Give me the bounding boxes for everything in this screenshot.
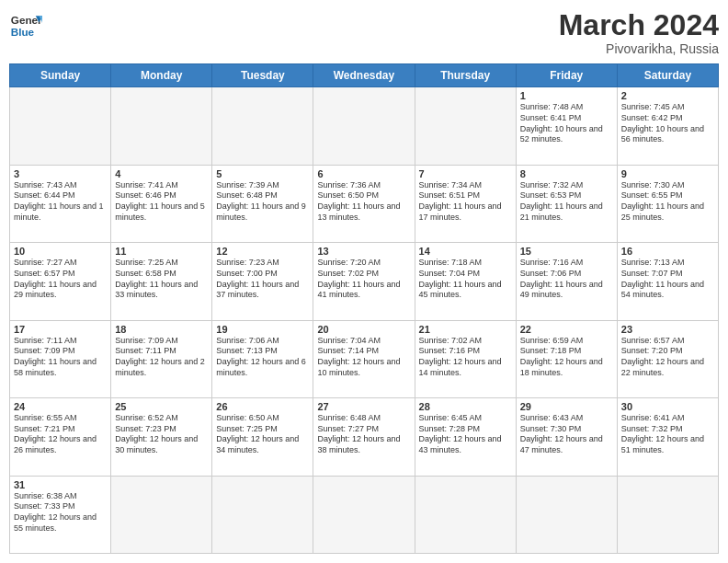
day-info: Sunrise: 7:09 AM Sunset: 7:11 PM Dayligh… xyxy=(115,336,208,379)
day-number: 10 xyxy=(14,246,107,257)
calendar-header-row: SundayMondayTuesdayWednesdayThursdayFrid… xyxy=(10,64,719,87)
calendar-day-cell: 30Sunrise: 6:41 AM Sunset: 7:32 PM Dayli… xyxy=(617,398,718,476)
day-number: 20 xyxy=(317,324,410,335)
day-number: 21 xyxy=(419,324,512,335)
day-number: 16 xyxy=(621,246,714,257)
calendar-day-header: Saturday xyxy=(617,64,718,87)
day-info: Sunrise: 6:59 AM Sunset: 7:18 PM Dayligh… xyxy=(520,336,613,379)
day-info: Sunrise: 7:45 AM Sunset: 6:42 PM Dayligh… xyxy=(621,102,714,145)
day-info: Sunrise: 6:43 AM Sunset: 7:30 PM Dayligh… xyxy=(520,413,613,456)
calendar-day-cell: 31Sunrise: 6:38 AM Sunset: 7:33 PM Dayli… xyxy=(10,476,111,553)
day-info: Sunrise: 6:38 AM Sunset: 7:33 PM Dayligh… xyxy=(14,491,107,534)
calendar-day-cell: 29Sunrise: 6:43 AM Sunset: 7:30 PM Dayli… xyxy=(516,398,617,476)
day-info: Sunrise: 6:55 AM Sunset: 7:21 PM Dayligh… xyxy=(14,413,107,456)
day-info: Sunrise: 7:41 AM Sunset: 6:46 PM Dayligh… xyxy=(115,180,208,224)
calendar-day-header: Friday xyxy=(516,64,617,87)
day-info: Sunrise: 7:25 AM Sunset: 6:58 PM Dayligh… xyxy=(115,258,208,301)
calendar-day-cell: 9Sunrise: 7:30 AM Sunset: 6:55 PM Daylig… xyxy=(617,165,718,242)
day-number: 1 xyxy=(520,90,613,101)
calendar-day-cell: 2Sunrise: 7:45 AM Sunset: 6:42 PM Daylig… xyxy=(617,87,718,165)
calendar-day-cell: 12Sunrise: 7:23 AM Sunset: 7:00 PM Dayli… xyxy=(212,243,313,320)
calendar-day-cell: 1Sunrise: 7:48 AM Sunset: 6:41 PM Daylig… xyxy=(516,87,617,165)
calendar-day-cell xyxy=(516,476,617,553)
day-number: 17 xyxy=(14,324,107,335)
day-number: 7 xyxy=(419,168,512,179)
calendar-day-cell: 27Sunrise: 6:48 AM Sunset: 7:27 PM Dayli… xyxy=(313,398,415,476)
calendar-day-cell: 5Sunrise: 7:39 AM Sunset: 6:48 PM Daylig… xyxy=(212,165,313,242)
day-info: Sunrise: 7:27 AM Sunset: 6:57 PM Dayligh… xyxy=(14,258,107,301)
calendar-day-cell: 19Sunrise: 7:06 AM Sunset: 7:13 PM Dayli… xyxy=(212,320,313,397)
day-info: Sunrise: 7:32 AM Sunset: 6:53 PM Dayligh… xyxy=(520,180,613,224)
calendar-day-cell: 10Sunrise: 7:27 AM Sunset: 6:57 PM Dayli… xyxy=(10,243,111,320)
calendar-day-cell xyxy=(313,87,415,165)
day-number: 30 xyxy=(621,401,714,412)
calendar-day-cell: 18Sunrise: 7:09 AM Sunset: 7:11 PM Dayli… xyxy=(111,320,212,397)
day-info: Sunrise: 7:20 AM Sunset: 7:02 PM Dayligh… xyxy=(317,258,410,301)
day-info: Sunrise: 6:52 AM Sunset: 7:23 PM Dayligh… xyxy=(115,413,208,456)
calendar-day-cell xyxy=(111,476,212,553)
calendar: SundayMondayTuesdayWednesdayThursdayFrid… xyxy=(9,63,719,554)
calendar-week-row: 1Sunrise: 7:48 AM Sunset: 6:41 PM Daylig… xyxy=(10,87,719,165)
day-info: Sunrise: 6:57 AM Sunset: 7:20 PM Dayligh… xyxy=(621,336,714,379)
calendar-day-cell: 25Sunrise: 6:52 AM Sunset: 7:23 PM Dayli… xyxy=(111,398,212,476)
svg-text:General: General xyxy=(11,14,42,26)
calendar-week-row: 31Sunrise: 6:38 AM Sunset: 7:33 PM Dayli… xyxy=(10,476,719,553)
page: General Blue March 2024 Pivovarikha, Rus… xyxy=(0,0,728,563)
calendar-day-cell xyxy=(415,87,516,165)
calendar-day-cell: 20Sunrise: 7:04 AM Sunset: 7:14 PM Dayli… xyxy=(313,320,415,397)
calendar-day-cell: 4Sunrise: 7:41 AM Sunset: 6:46 PM Daylig… xyxy=(111,165,212,242)
day-number: 31 xyxy=(14,479,107,490)
day-info: Sunrise: 7:16 AM Sunset: 7:06 PM Dayligh… xyxy=(520,258,613,301)
calendar-day-cell: 26Sunrise: 6:50 AM Sunset: 7:25 PM Dayli… xyxy=(212,398,313,476)
calendar-week-row: 3Sunrise: 7:43 AM Sunset: 6:44 PM Daylig… xyxy=(10,165,719,242)
calendar-day-header: Wednesday xyxy=(313,64,415,87)
calendar-week-row: 24Sunrise: 6:55 AM Sunset: 7:21 PM Dayli… xyxy=(10,398,719,476)
day-info: Sunrise: 7:18 AM Sunset: 7:04 PM Dayligh… xyxy=(419,258,512,301)
day-number: 2 xyxy=(621,90,714,101)
svg-text:Blue: Blue xyxy=(11,26,35,38)
day-info: Sunrise: 7:36 AM Sunset: 6:50 PM Dayligh… xyxy=(317,180,410,224)
calendar-day-cell: 3Sunrise: 7:43 AM Sunset: 6:44 PM Daylig… xyxy=(10,165,111,242)
day-number: 12 xyxy=(216,246,309,257)
calendar-day-cell: 28Sunrise: 6:45 AM Sunset: 7:28 PM Dayli… xyxy=(415,398,516,476)
calendar-day-cell: 13Sunrise: 7:20 AM Sunset: 7:02 PM Dayli… xyxy=(313,243,415,320)
day-info: Sunrise: 6:48 AM Sunset: 7:27 PM Dayligh… xyxy=(317,413,410,456)
day-info: Sunrise: 7:48 AM Sunset: 6:41 PM Dayligh… xyxy=(520,102,613,145)
day-info: Sunrise: 6:45 AM Sunset: 7:28 PM Dayligh… xyxy=(419,413,512,456)
calendar-day-cell xyxy=(10,87,111,165)
logo-icon: General Blue xyxy=(9,9,42,42)
day-number: 25 xyxy=(115,401,208,412)
day-number: 19 xyxy=(216,324,309,335)
day-info: Sunrise: 7:02 AM Sunset: 7:16 PM Dayligh… xyxy=(419,336,512,379)
calendar-day-cell: 23Sunrise: 6:57 AM Sunset: 7:20 PM Dayli… xyxy=(617,320,718,397)
day-number: 9 xyxy=(621,168,714,179)
calendar-day-cell: 24Sunrise: 6:55 AM Sunset: 7:21 PM Dayli… xyxy=(10,398,111,476)
calendar-day-cell xyxy=(212,476,313,553)
calendar-day-header: Tuesday xyxy=(212,64,313,87)
day-number: 4 xyxy=(115,168,208,179)
main-title: March 2024 xyxy=(559,9,719,41)
calendar-week-row: 10Sunrise: 7:27 AM Sunset: 6:57 PM Dayli… xyxy=(10,243,719,320)
calendar-day-cell xyxy=(617,476,718,553)
day-info: Sunrise: 7:13 AM Sunset: 7:07 PM Dayligh… xyxy=(621,258,714,301)
calendar-day-cell xyxy=(313,476,415,553)
calendar-day-header: Monday xyxy=(111,64,212,87)
calendar-day-cell: 22Sunrise: 6:59 AM Sunset: 7:18 PM Dayli… xyxy=(516,320,617,397)
day-info: Sunrise: 7:06 AM Sunset: 7:13 PM Dayligh… xyxy=(216,336,309,379)
day-info: Sunrise: 7:23 AM Sunset: 7:00 PM Dayligh… xyxy=(216,258,309,301)
calendar-day-cell: 6Sunrise: 7:36 AM Sunset: 6:50 PM Daylig… xyxy=(313,165,415,242)
day-number: 22 xyxy=(520,324,613,335)
day-info: Sunrise: 6:50 AM Sunset: 7:25 PM Dayligh… xyxy=(216,413,309,456)
calendar-day-cell: 14Sunrise: 7:18 AM Sunset: 7:04 PM Dayli… xyxy=(415,243,516,320)
day-info: Sunrise: 7:04 AM Sunset: 7:14 PM Dayligh… xyxy=(317,336,410,379)
calendar-day-cell xyxy=(415,476,516,553)
header: General Blue March 2024 Pivovarikha, Rus… xyxy=(9,9,719,56)
day-number: 27 xyxy=(317,401,410,412)
calendar-day-cell xyxy=(212,87,313,165)
day-number: 11 xyxy=(115,246,208,257)
day-number: 24 xyxy=(14,401,107,412)
day-number: 3 xyxy=(14,168,107,179)
subtitle: Pivovarikha, Russia xyxy=(559,41,719,56)
day-number: 5 xyxy=(216,168,309,179)
day-number: 18 xyxy=(115,324,208,335)
